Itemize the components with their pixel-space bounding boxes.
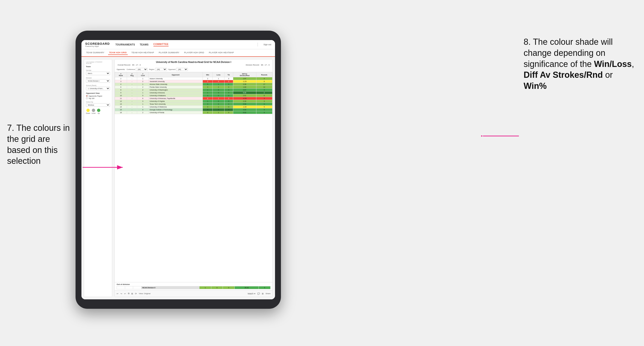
nav-item-committee[interactable]: COMMITTEE [154,43,169,46]
cell-rank: 15 [115,108,127,111]
cell-opponent: Georgia Institute of Technology [148,108,202,111]
arrow-left-svg [82,165,125,170]
cell-conf: 1 [137,91,149,94]
opponent-filter: Opponent (All) [168,68,188,71]
toolbar-back[interactable]: ↩ [124,293,126,295]
cell-loss: 0 [213,103,224,106]
division-select[interactable]: NCAA Division I [86,79,110,83]
radio-label-top100: Top 100 [88,98,94,99]
table-row: 3 - 2 Vanderbilt University 0 4 0 -2.29 … [115,80,272,83]
cell-loss: 1 [213,106,224,108]
data-table: #Rank #Reg #Conf Opponent Win Loss Tie D… [115,72,272,282]
th-loss: Loss [213,72,224,77]
cell-loss: 2 [213,86,224,89]
toolbar-more[interactable]: ⊞ [262,293,264,295]
cell-diff: 2.61 [233,94,256,97]
radio-label-opponents: Opponents Played [88,95,102,97]
cell-diff: 9.00 [233,91,256,94]
cell-reg: - [127,91,137,94]
cell-diff: 3.67 [233,89,256,91]
toolbar-share[interactable]: Share [266,293,270,295]
view-original[interactable]: View: Original [139,293,150,295]
toolbar-undo[interactable]: ↩ [116,293,118,295]
legend-up-dot [97,109,100,112]
subnav-player-h2h-grid[interactable]: PLAYER H2H GRID [183,51,205,55]
cell-rank: 2 [115,77,127,80]
sidebar-team-section: Team [86,65,110,68]
region-select[interactable]: (All) [155,68,167,71]
overall-record: Overall Record: 89 - 17 - 0 [118,64,141,66]
pink-arrow-right [481,134,519,139]
subnav-team-summary[interactable]: TEAM SUMMARY [85,51,105,55]
toolbar-grid[interactable]: ⊞ [131,293,133,295]
cell-conf: 2 [137,89,149,91]
radio-opponents-played[interactable]: Opponents Played [86,95,110,97]
cell-reg: - [127,77,137,80]
sign-out[interactable]: Sign out [264,43,271,46]
cell-rounds: 9 [256,103,272,106]
subnav-team-h2h-heatmap[interactable]: TEAM H2H HEATMAP [130,51,155,55]
cell-loss: 0 [213,108,224,111]
cell-rank: 16 [115,111,127,114]
grid-record: Overall Record: 89 - 17 - 0 Division Rec… [115,64,272,67]
conference-select[interactable]: (All) [136,68,148,71]
cell-conf: 2 [137,111,149,114]
toolbar-comment[interactable]: 💬 [257,293,260,295]
annotation-left-text: The colours in the grid are based on thi… [7,123,70,166]
cell-conf: 6 [137,97,149,100]
cell-win: 3 [202,106,212,108]
cell-opponent: Vanderbilt University [148,80,202,83]
sub-nav: TEAM SUMMARY TEAM H2H GRID TEAM H2H HEAT… [82,49,275,57]
opponent-select[interactable]: (All) [176,68,188,71]
table-row: 13 - 1 Texas Tech University 3 0 0 5.56 … [115,103,272,106]
nav-items: TOURNAMENTS TEAMS COMMITTEE [116,43,168,46]
th-reg: #Reg [127,72,137,77]
cell-rounds: 9 [256,111,272,114]
cell-opponent: Auburn University [148,77,202,80]
cell-diff: 1.67 [233,77,256,80]
cell-diff: 4.50 [233,108,256,111]
gender-select[interactable]: Men's [86,72,110,75]
cell-rounds: 12 [256,86,272,89]
table-row: 4 - 1 Arizona State University 5 1 0 2.2… [115,83,272,86]
od-division: NCAA Division II [141,286,199,289]
subnav-player-h2h-heatmap[interactable]: PLAYER H2H HEATMAP [208,51,235,55]
cell-win: 1 [202,91,212,94]
toolbar-redo[interactable]: ↪ [120,293,122,295]
toolbar-copy[interactable]: ⧉ [128,292,129,295]
toolbar-refresh[interactable]: ⟳ [135,293,137,295]
cell-diff: 1.83 [233,86,256,89]
school-select[interactable]: 1. University of Nort... [86,87,110,90]
cell-opponent: University of Oklahoma [148,106,202,108]
table-row: 12 - 3 University of Virginia 1 0 0 2.33… [115,100,272,103]
cell-loss: 1 [213,77,224,80]
cell-opponent: Texas Tech University [148,103,202,106]
radio-top100[interactable]: Top 100 [86,97,110,99]
nav-divider [258,43,258,46]
cell-rank: 6 [115,86,127,89]
annotation-right-number: 8. [524,37,533,47]
colour-by-select[interactable]: Win/loss [86,103,110,107]
annotation-left: 7. The colours in the grid are based on … [7,123,73,167]
cell-tie: 0 [224,97,233,100]
cell-opponent: University of Virginia [148,100,202,103]
opponent-label: Opponent [168,69,176,70]
cell-reg: - [127,89,137,91]
nav-item-tournaments[interactable]: TOURNAMENTS [116,43,135,46]
table-row: 15 - 4 Georgia Institute of Technology 5… [115,108,272,111]
bottom-toolbar: ↩ ↪ ↩ ⧉ ⊞ ⟳ View: Original Watch ▾ 💬 ⊞ S… [115,290,272,297]
cell-opponent: Arizona State University [148,83,202,86]
cell-tie: 0 [224,108,233,111]
cell-win: 0 [202,80,212,83]
od-loss: 0 [211,286,223,289]
cell-rank: 12 [115,100,127,103]
cell-tie: 0 [224,91,233,94]
toolbar-watch[interactable]: Watch ▾ [248,293,256,295]
subnav-player-summary[interactable]: PLAYER SUMMARY [158,51,180,55]
subnav-team-h2h-grid[interactable]: TEAM H2H GRID [108,51,128,55]
nav-item-teams[interactable]: TEAMS [140,43,149,46]
out-of-division-title: Out of division [116,283,270,285]
th-tie: Tie [224,72,233,77]
main-content: Last Updated: 27/03/202416:55:38 Team Ge… [82,57,275,299]
opponent-view-radio-group: Opponents Played Top 100 [86,95,110,99]
